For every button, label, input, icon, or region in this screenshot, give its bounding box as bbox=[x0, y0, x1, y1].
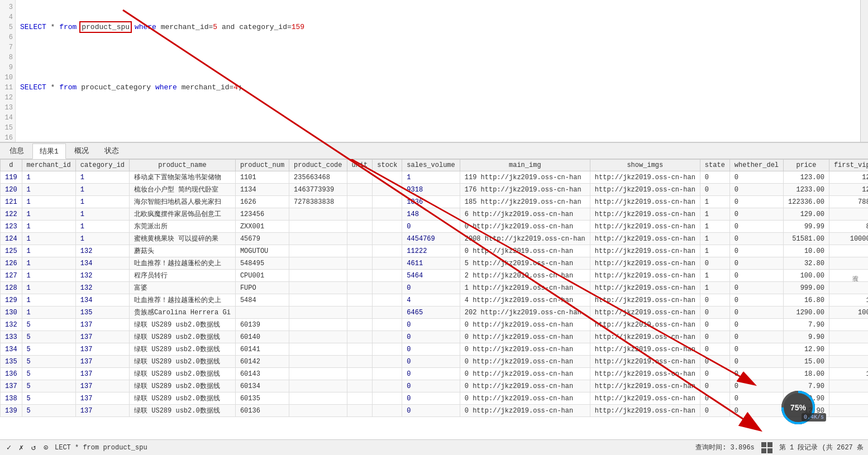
cell-merchant_id: 1 bbox=[22, 208, 75, 221]
cell-state: 0 bbox=[700, 392, 729, 405]
sql-content[interactable]: SELECT * from product_spu where merchant… bbox=[16, 0, 868, 142]
cell-sales_volume: 0 bbox=[402, 221, 460, 233]
cell-show_imgs: http://jkz2019.oss-cn-han bbox=[590, 257, 700, 270]
cell-show_imgs: http://jkz2019.oss-cn-han bbox=[590, 356, 700, 368]
page-info: 第 1 段记录 (共 2627 条 bbox=[779, 443, 864, 452]
table-row[interactable]: 1355137绿联 US289 usb2.0数据线6014200 http://… bbox=[1, 356, 869, 368]
cell-sales_volume: 0 bbox=[402, 392, 460, 405]
cell-whether_del: 0 bbox=[729, 282, 783, 294]
cell-show_imgs: http://jkz2019.oss-cn-han bbox=[590, 171, 700, 184]
col-header-product-num[interactable]: product_num bbox=[235, 160, 289, 171]
col-header-first-vip-pri[interactable]: first_vip_pri bbox=[829, 160, 868, 171]
cell-first_vip_pri: 4.80 bbox=[829, 380, 868, 392]
col-header-whether-del[interactable]: whether_del bbox=[729, 160, 783, 171]
cell-main_img: 2008 http://jkz2019.oss-cn-han bbox=[460, 233, 590, 245]
cell-show_imgs: http://jkz2019.oss-cn-han bbox=[590, 196, 700, 208]
table-row[interactable]: 1365137绿联 US289 usb2.0数据线6014300 http://… bbox=[1, 368, 869, 380]
tab-result1[interactable]: 结果1 bbox=[32, 143, 66, 159]
cell-category_id: 137 bbox=[75, 331, 129, 343]
col-header-d[interactable]: d bbox=[1, 160, 22, 171]
cell-main_img: 0 http://jkz2019.oss-cn-han bbox=[460, 245, 590, 257]
cell-product_name: 富婆 bbox=[130, 282, 236, 294]
cell-state: 1 bbox=[700, 221, 729, 233]
cell-unit bbox=[347, 405, 373, 417]
cell-state: 0 bbox=[700, 343, 729, 356]
cell-merchant_id: 5 bbox=[22, 319, 75, 331]
col-header-stock[interactable]: stock bbox=[373, 160, 402, 171]
cell-product_name: 绿联 US289 usb2.0数据线 bbox=[130, 343, 236, 356]
cell-stock bbox=[373, 356, 402, 368]
cell-product_name: 绿联 US289 usb2.0数据线 bbox=[130, 331, 236, 343]
table-row[interactable]: 12011梳妆台小户型 简约现代卧室113414637739399318176 … bbox=[1, 184, 869, 196]
table-row[interactable]: 1261134吐血推荐！越拉越蓬松的史上54849546115 http://j… bbox=[1, 257, 869, 270]
cell-sales_volume: 11222 bbox=[402, 245, 460, 257]
table-row[interactable]: 1325137绿联 US289 usb2.0数据线6013900 http://… bbox=[1, 319, 869, 331]
tab-status[interactable]: 状态 bbox=[97, 143, 126, 159]
grid-view-icon[interactable] bbox=[761, 442, 772, 453]
col-header-category-id[interactable]: category_id bbox=[75, 160, 129, 171]
cell-d: 138 bbox=[1, 392, 22, 405]
col-header-price[interactable]: price bbox=[784, 160, 829, 171]
cell-product_code: 235663468 bbox=[289, 171, 347, 184]
editor-scrollbar[interactable] bbox=[860, 0, 868, 142]
cell-product_num: 123456 bbox=[235, 208, 289, 221]
cell-sales_volume: 1036 bbox=[402, 196, 460, 208]
col-header-unit[interactable]: unit bbox=[347, 160, 373, 171]
table-row[interactable]: 12211北欧疯魔摆件家居饰品创意工1234561486 http://jkz2… bbox=[1, 208, 869, 221]
results-area[interactable]: d merchant_id category_id product_name p… bbox=[0, 159, 868, 439]
cross-icon[interactable]: ✗ bbox=[17, 443, 26, 452]
table-row[interactable]: 1251132蘑菇头MOGUTOU112220 http://jkz2019.o… bbox=[1, 245, 869, 257]
cell-state: 0 bbox=[700, 405, 729, 417]
col-header-show-imgs[interactable]: show_imgs bbox=[590, 160, 700, 171]
table-row[interactable]: 1301135贵族感Carolina Herrera Gi6465202 htt… bbox=[1, 306, 869, 319]
col-header-product-name[interactable]: product_name bbox=[130, 160, 236, 171]
table-row[interactable]: 11911移动桌下置物架落地书架储物11012356634681119 http… bbox=[1, 171, 869, 184]
cell-main_img: 0 http://jkz2019.oss-cn-han bbox=[460, 331, 590, 343]
table-row[interactable]: 1395137绿联 US289 usb2.0数据线6013600 http://… bbox=[1, 405, 869, 417]
table-row[interactable]: 1385137绿联 US289 usb2.0数据线6013500 http://… bbox=[1, 392, 869, 405]
col-header-product-code[interactable]: product_code bbox=[289, 160, 347, 171]
cell-sales_volume: 6465 bbox=[402, 306, 460, 319]
cell-stock bbox=[373, 392, 402, 405]
cell-d: 121 bbox=[1, 196, 22, 208]
col-header-main-img[interactable]: main_img bbox=[460, 160, 590, 171]
refresh-icon[interactable]: ↺ bbox=[29, 443, 38, 452]
table-row[interactable]: 1345137绿联 US289 usb2.0数据线6014100 http://… bbox=[1, 343, 869, 356]
cell-price: 129.00 bbox=[784, 208, 829, 221]
tab-info[interactable]: 信息 bbox=[2, 143, 31, 159]
stop-icon[interactable]: ⊙ bbox=[41, 443, 50, 452]
cell-main_img: 2 http://jkz2019.oss-cn-han bbox=[460, 270, 590, 282]
cell-show_imgs: http://jkz2019.oss-cn-han bbox=[590, 221, 700, 233]
cell-sales_volume: 0 bbox=[402, 405, 460, 417]
cell-show_imgs: http://jkz2019.oss-cn-han bbox=[590, 282, 700, 294]
col-header-merchant-id[interactable]: merchant_id bbox=[22, 160, 75, 171]
cell-sales_volume: 4611 bbox=[402, 257, 460, 270]
table-row[interactable]: 12111海尔智能扫地机器人极光家扫162672783838381036185 … bbox=[1, 196, 869, 208]
table-row[interactable]: 12411蜜桃黄桃果块 可以提碎的果4567944547692008 http:… bbox=[1, 233, 869, 245]
cell-product_name: 绿联 US289 usb2.0数据线 bbox=[130, 356, 236, 368]
cell-whether_del: 0 bbox=[729, 270, 783, 282]
table-row[interactable]: 1335137绿联 US289 usb2.0数据线6014000 http://… bbox=[1, 331, 869, 343]
cell-category_id: 132 bbox=[75, 282, 129, 294]
cell-state: 0 bbox=[700, 294, 729, 306]
cell-show_imgs: http://jkz2019.oss-cn-han bbox=[590, 306, 700, 319]
col-header-sales-volume[interactable]: sales_volume bbox=[402, 160, 460, 171]
table-row[interactable]: 12311东莞派出所ZXX00100 http://jkz2019.oss-cn… bbox=[1, 221, 869, 233]
cell-state: 0 bbox=[700, 319, 729, 331]
cell-whether_del: 0 bbox=[729, 233, 783, 245]
cell-merchant_id: 5 bbox=[22, 331, 75, 343]
check-icon[interactable]: ✓ bbox=[4, 443, 13, 452]
tab-overview[interactable]: 概况 bbox=[67, 143, 96, 159]
table-row[interactable]: 1281132富婆FUPO01 http://jkz2019.oss-cn-ha… bbox=[1, 282, 869, 294]
cell-whether_del: 0 bbox=[729, 208, 783, 221]
col-header-state[interactable]: state bbox=[700, 160, 729, 171]
table-row[interactable]: 1291134吐血推荐！越拉越蓬松的史上548444 http://jkz201… bbox=[1, 294, 869, 306]
table-row[interactable]: 1375137绿联 US289 usb2.0数据线6013400 http://… bbox=[1, 380, 869, 392]
cell-merchant_id: 1 bbox=[22, 196, 75, 208]
table-row[interactable]: 1271132程序员转行CPU00154642 http://jkz2019.o… bbox=[1, 270, 869, 282]
cell-product_num: 60139 bbox=[235, 319, 289, 331]
cell-first_vip_pri: 120.00 bbox=[829, 171, 868, 184]
cell-unit bbox=[347, 306, 373, 319]
cell-category_id: 137 bbox=[75, 356, 129, 368]
cell-merchant_id: 1 bbox=[22, 171, 75, 184]
